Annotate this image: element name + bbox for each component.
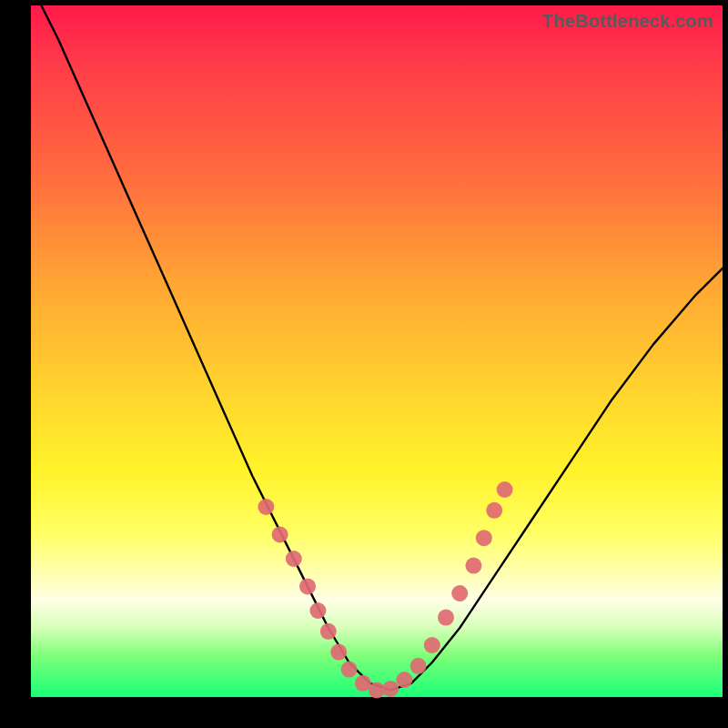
highlight-dot [438,610,454,626]
highlight-dot [396,672,412,688]
chart-stage: TheBottleneck.com [0,0,728,728]
highlight-dot [286,551,302,567]
curve-svg [31,5,723,697]
highlight-dot [465,558,481,574]
highlight-dot [451,585,468,602]
highlight-dot [410,658,427,674]
highlight-dot [486,502,502,519]
highlight-dot [369,682,385,698]
highlight-dot [272,526,288,542]
highlight-dot [330,644,347,661]
highlight-dot [382,681,399,697]
highlight-dot [299,578,316,594]
highlight-dot [424,637,440,653]
marker-group [258,481,512,698]
highlight-dot [341,662,358,678]
highlight-dot [258,499,274,515]
highlight-dot [476,530,492,546]
plot-area: TheBottleneck.com [31,5,723,697]
bottleneck-curve-path [31,0,723,690]
highlight-dot [320,623,337,640]
highlight-dot [497,481,513,498]
highlight-dot [309,602,326,619]
